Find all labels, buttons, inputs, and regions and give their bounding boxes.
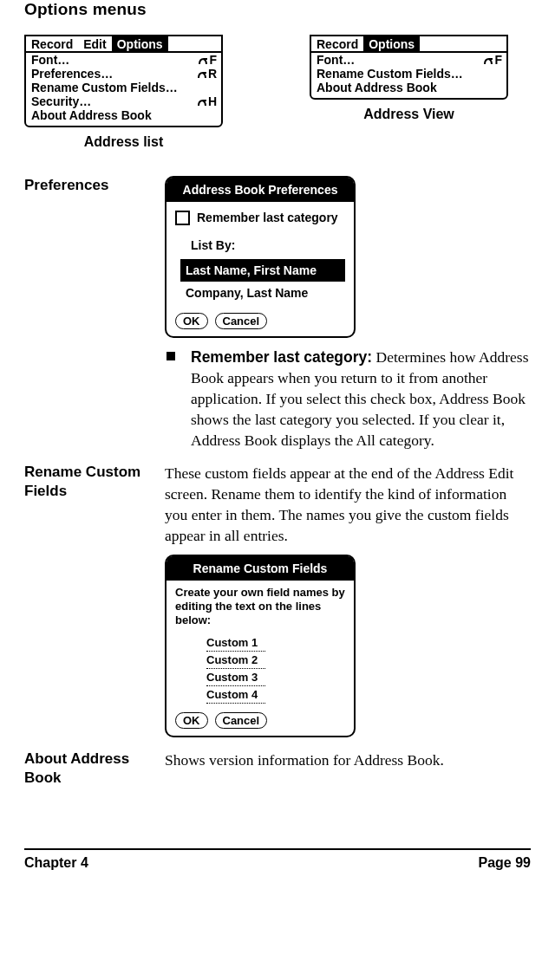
menu-tab-record[interactable]: Record	[311, 36, 363, 51]
shortcut-icon: F	[484, 53, 501, 67]
options-menu-address-list: Record Edit Options Font… F Preferences……	[24, 35, 223, 127]
footer-page: Page 99	[479, 855, 531, 871]
rename-custom-dialog: Rename Custom Fields Create your own fie…	[165, 555, 356, 737]
menu-tab-options[interactable]: Options	[112, 36, 168, 51]
menu-item-about[interactable]: About Address Book	[317, 81, 501, 94]
checkbox-label: Remember last category	[197, 207, 338, 228]
custom-field-1[interactable]: Custom 1	[206, 634, 345, 652]
rename-custom-description: These custom fields appear at the end of…	[165, 463, 531, 546]
menu-tab-options[interactable]: Options	[363, 36, 420, 51]
rename-instruction: Create your own field names by editing t…	[175, 586, 345, 627]
shortcut-icon: F	[199, 53, 216, 67]
custom-field-2[interactable]: Custom 2	[206, 652, 345, 669]
menu-item-font[interactable]: Font… F	[317, 53, 501, 67]
options-menu-address-view: Record Options Font… F Rename Custom Fie…	[310, 35, 508, 100]
section-title: Options menus	[24, 0, 531, 19]
custom-field-4[interactable]: Custom 4	[206, 686, 345, 704]
menu-item-label: Security…	[31, 94, 91, 108]
bullet-icon	[166, 352, 175, 360]
menu-tab-record[interactable]: Record	[26, 36, 78, 51]
menu-item-rename-custom[interactable]: Rename Custom Fields…	[317, 67, 501, 81]
menu-item-label: About Address Book	[317, 81, 437, 94]
ok-button[interactable]: OK	[175, 313, 208, 329]
dialog-title: Rename Custom Fields	[166, 556, 354, 581]
preferences-dialog: Address Book Preferences Remember last c…	[165, 176, 356, 338]
term-about-address-book: About Address Book	[24, 750, 154, 788]
ok-button[interactable]: OK	[175, 712, 208, 729]
menu-item-label: Rename Custom Fields…	[317, 67, 463, 81]
menu-item-preferences[interactable]: Preferences… R	[31, 67, 216, 81]
menu-item-label: Rename Custom Fields…	[31, 81, 178, 94]
figure-caption-address-list: Address list	[84, 134, 164, 150]
remember-category-checkbox[interactable]	[175, 211, 190, 225]
remember-category-description: Remember last category: Determines how A…	[191, 347, 531, 451]
menu-item-label: Preferences…	[31, 67, 113, 81]
menu-item-font[interactable]: Font… F	[31, 53, 216, 67]
cancel-button[interactable]: Cancel	[215, 313, 268, 329]
listby-option-name[interactable]: Last Name, First Name	[180, 259, 345, 282]
dialog-title: Address Book Preferences	[166, 178, 354, 202]
menu-item-rename-custom[interactable]: Rename Custom Fields…	[31, 81, 216, 94]
menu-item-about[interactable]: About Address Book	[31, 108, 216, 122]
about-description: Shows version information for Address Bo…	[165, 750, 531, 770]
menu-tab-edit[interactable]: Edit	[78, 36, 111, 51]
menu-item-label: Font…	[317, 53, 355, 67]
shortcut-icon: R	[198, 67, 216, 81]
menu-item-security[interactable]: Security… H	[31, 94, 216, 108]
menu-item-label: Font…	[31, 53, 69, 67]
listby-option-company[interactable]: Company, Last Name	[180, 282, 345, 304]
term-rename-custom-fields: Rename Custom Fields	[24, 463, 154, 501]
figure-caption-address-view: Address View	[363, 107, 454, 122]
list-by-label: List By:	[191, 235, 345, 256]
cancel-button[interactable]: Cancel	[215, 712, 268, 729]
shortcut-icon: H	[198, 94, 216, 108]
term-preferences: Preferences	[24, 176, 154, 195]
custom-field-3[interactable]: Custom 3	[206, 669, 345, 686]
menu-item-label: About Address Book	[31, 108, 152, 122]
footer-chapter: Chapter 4	[24, 855, 88, 871]
